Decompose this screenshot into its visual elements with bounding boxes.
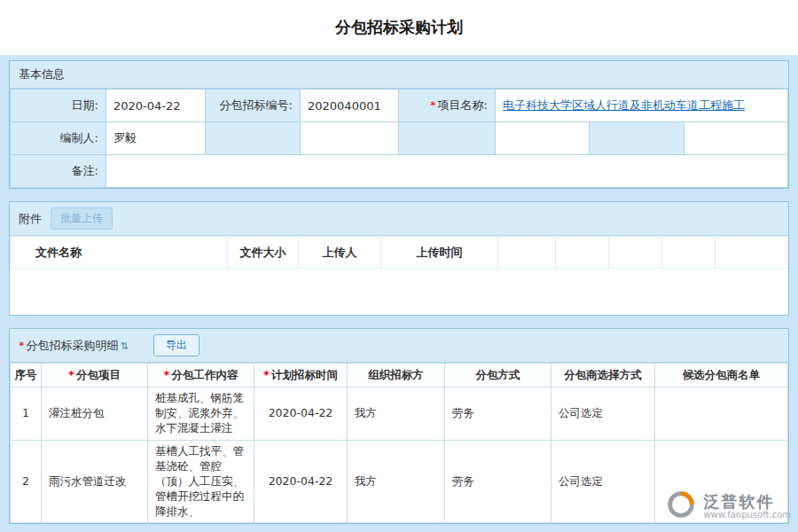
remark-value — [106, 155, 788, 188]
empty-value-cell — [685, 122, 788, 155]
empty-value-cell — [496, 122, 590, 155]
attachments-col-empty — [662, 237, 716, 269]
basic-info-title: 基本信息 — [19, 66, 65, 82]
basic-info-form: 日期: 2020-04-22 分包招标编号: 2020040001 *项目名称:… — [10, 89, 788, 188]
brand-name: 泛普软件 — [703, 493, 791, 511]
empty-label-cell — [399, 122, 496, 155]
details-col-method: 分包方式 — [445, 364, 552, 387]
attachments-col-filename: 文件名称 — [11, 237, 228, 269]
date-value: 2020-04-22 — [106, 90, 206, 122]
details-col-project-text: 分包项目 — [76, 368, 121, 381]
fanpu-logo-icon — [664, 488, 698, 525]
sort-icon[interactable]: ⇅ — [121, 340, 129, 352]
page: 分包招标采购计划 基本信息 日期: 2020-04-22 分包招标编号: 202… — [0, 0, 798, 532]
footer-brand-texts: 泛普软件 www.fanpusoft.com — [703, 493, 791, 520]
attachments-section: 附件 批量上传 文件名称 文件大小 上传人 上传时间 — [9, 201, 789, 316]
details-col-time-text: 计划招标时间 — [271, 368, 338, 381]
attachments-col-empty — [556, 237, 609, 269]
details-col-organizer: 组织招标方 — [348, 364, 445, 387]
project-name-link[interactable]: 电子科技大学区域人行道及非机动车道工程施工 — [503, 98, 745, 112]
details-col-project: *分包项目 — [42, 364, 148, 387]
brand-url: www.fanpusoft.com — [703, 510, 791, 520]
cell-selection: 公司选定 — [552, 441, 655, 523]
attachments-col-uploadtime: 上传时间 — [381, 237, 498, 269]
required-mark: * — [430, 98, 436, 112]
bid-no-value: 2020040001 — [301, 90, 399, 122]
attachments-section-header: 附件 批量上传 — [10, 202, 788, 236]
attachments-title: 附件 — [19, 211, 42, 227]
export-button[interactable]: 导出 — [153, 334, 200, 356]
details-title: 分包招标采购明细 — [27, 339, 119, 352]
required-mark: * — [19, 339, 25, 352]
details-title-wrap: *分包招标采购明细⇅ — [19, 338, 129, 354]
attachments-col-empty — [609, 237, 662, 269]
title-bar: 分包招标采购计划 — [0, 0, 798, 55]
attachments-col-empty — [716, 237, 788, 269]
details-col-seq: 序号 — [11, 364, 42, 387]
required-mark: * — [164, 368, 170, 381]
cell-seq: 1 — [11, 387, 42, 441]
cell-time: 2020-04-22 — [254, 441, 348, 523]
creator-label: 编制人: — [11, 122, 106, 155]
required-mark: * — [68, 368, 74, 381]
cell-organizer: 我方 — [348, 387, 445, 441]
cell-project: 灌注桩分包 — [42, 387, 148, 441]
cell-selection: 公司选定 — [552, 387, 655, 441]
basic-info-section-header: 基本信息 — [10, 61, 788, 89]
details-col-content-text: 分包工作内容 — [171, 368, 238, 381]
table-row: 1 灌注桩分包 桩基成孔、钢筋笼制安、泥浆外弃、水下混凝土灌注 2020-04-… — [11, 387, 788, 441]
cell-content: 桩基成孔、钢筋笼制安、泥浆外弃、水下混凝土灌注 — [148, 387, 254, 441]
cell-method: 劳务 — [445, 387, 552, 441]
cell-project: 雨污水管道迁改 — [42, 441, 148, 523]
remark-label: 备注: — [11, 155, 106, 188]
project-name-label: *项目名称: — [399, 90, 496, 122]
cell-organizer: 我方 — [348, 441, 445, 523]
cell-seq: 2 — [11, 441, 42, 523]
details-col-time: *计划招标时间 — [254, 364, 348, 387]
batch-upload-button[interactable]: 批量上传 — [51, 207, 113, 230]
attachments-col-empty — [498, 237, 556, 269]
details-section-header: *分包招标采购明细⇅ 导出 — [10, 329, 788, 363]
details-col-content: *分包工作内容 — [148, 364, 254, 387]
empty-label-cell — [206, 122, 301, 155]
empty-value-cell — [301, 122, 399, 155]
cell-candidates — [655, 387, 788, 441]
content: 基本信息 日期: 2020-04-22 分包招标编号: 2020040001 *… — [0, 55, 798, 524]
details-header-row: 序号 *分包项目 *分包工作内容 *计划招标时间 组织招标方 分包方式 分包商选… — [11, 364, 788, 387]
basic-info-section: 基本信息 日期: 2020-04-22 分包招标编号: 2020040001 *… — [9, 60, 789, 189]
bid-no-label: 分包招标编号: — [206, 90, 301, 122]
page-title: 分包招标采购计划 — [335, 17, 463, 38]
creator-value: 罗毅 — [106, 122, 206, 155]
attachments-col-uploader: 上传人 — [299, 237, 381, 269]
required-mark: * — [263, 368, 270, 381]
project-name-label-text: 项目名称: — [438, 98, 488, 112]
project-name-cell: 电子科技大学区域人行道及非机动车道工程施工 — [496, 90, 788, 122]
cell-method: 劳务 — [445, 441, 552, 523]
details-col-selection: 分包商选择方式 — [552, 364, 655, 387]
attachments-table: 文件名称 文件大小 上传人 上传时间 — [10, 236, 788, 269]
details-col-candidates: 候选分包商名单 — [655, 364, 788, 387]
cell-time: 2020-04-22 — [254, 387, 348, 441]
empty-label-cell — [590, 122, 685, 155]
attachments-col-filesize: 文件大小 — [228, 237, 299, 269]
footer-brand: 泛普软件 www.fanpusoft.com — [664, 488, 791, 525]
attachments-empty-body — [10, 269, 788, 315]
cell-content: 基槽人工找平、管基浇砼、管腔（顶）人工压实、管槽开挖过程中的降排水、 — [148, 441, 254, 523]
date-label: 日期: — [11, 90, 106, 122]
